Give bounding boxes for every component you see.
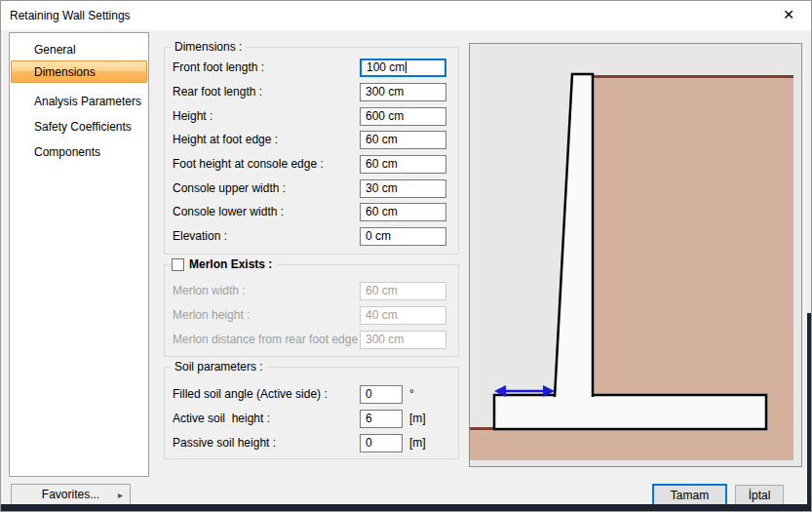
field-label: Foot height at console edge :: [173, 155, 324, 174]
input-value: 0: [366, 436, 372, 450]
input-value: 6: [366, 412, 372, 425]
field-row: Elevation : 0 cm: [165, 227, 458, 246]
wall-preview-panel: [469, 43, 802, 467]
merlon-group: Merlon Exists : Merlon width : 60 cm Mer…: [164, 264, 459, 357]
unit-label: [m]: [409, 410, 426, 428]
wall-footing: [494, 395, 766, 429]
merlon-legend: Merlon Exists :: [170, 256, 277, 272]
soil-region-below-footing: [470, 430, 593, 460]
dimensions-group-title: Dimensions :: [171, 40, 246, 54]
field-label: Active soil height :: [173, 410, 270, 428]
field-label: Merlon height :: [173, 306, 250, 325]
titlebar: Retaining Wall Settings ×: [1, 1, 811, 30]
sidebar: General Dimensions Analysis Parameters S…: [9, 32, 149, 477]
text-caret: [406, 61, 406, 73]
passive-soil-height-input[interactable]: 0: [360, 434, 403, 453]
filled-soil-angle-input[interactable]: 0: [360, 385, 403, 404]
soil-parameters-group-title: Soil parameters :: [171, 360, 267, 374]
input-value: 0: [366, 387, 372, 401]
foot-height-at-console-edge-input[interactable]: 60 cm: [360, 155, 446, 174]
field-row: Rear foot length : 300 cm: [165, 83, 458, 101]
sidebar-item-safety-coefficients[interactable]: Safety Coefficients: [11, 118, 147, 136]
field-label: Rear foot length :: [173, 83, 262, 101]
unit-label: °: [409, 385, 414, 404]
field-row: Front foot length : 100 cm: [165, 59, 458, 77]
field-row: Console lower width : 60 cm: [165, 203, 458, 221]
sidebar-item-analysis-parameters[interactable]: Analysis Parameters: [11, 93, 147, 110]
field-label: Console lower width :: [173, 203, 284, 221]
cancel-button-label: İptal: [749, 489, 771, 502]
field-label: Height at foot edge :: [173, 131, 278, 149]
field-label: Merlon width :: [173, 282, 246, 300]
background-app-edge-right: [807, 313, 811, 512]
merlon-group-title: Merlon Exists :: [189, 257, 272, 271]
merlon-distance-from-rear-foot-edge-input: 300 cm: [360, 331, 446, 349]
sidebar-item-label: Dimensions: [34, 65, 96, 79]
console-lower-width-input[interactable]: 60 cm: [360, 203, 446, 221]
field-label: Elevation :: [173, 227, 227, 246]
close-button[interactable]: ×: [774, 2, 803, 29]
close-icon: ×: [783, 4, 793, 24]
field-label: Height :: [173, 107, 213, 126]
merlon-width-input: 60 cm: [360, 282, 446, 300]
field-row: Height : 600 cm: [165, 107, 458, 126]
sidebar-item-label: Safety Coefficients: [34, 120, 132, 134]
field-row: Active soil height : 6 [m]: [165, 410, 458, 428]
field-label: Passive soil height :: [173, 434, 276, 453]
input-value: 60 cm: [366, 157, 398, 171]
ground-line-passive-side: [470, 427, 494, 430]
input-value: 60 cm: [366, 284, 398, 297]
field-row: Console upper width : 30 cm: [165, 179, 458, 198]
dialog-title: Retaining Wall Settings: [10, 9, 131, 22]
input-value: 300 cm: [366, 85, 404, 98]
front-foot-length-input[interactable]: 100 cm: [360, 59, 446, 77]
height-at-foot-edge-input[interactable]: 60 cm: [360, 131, 446, 149]
merlon-height-input: 40 cm: [360, 306, 446, 325]
field-row: Height at foot edge : 60 cm: [165, 131, 458, 149]
field-row: Foot height at console edge : 60 cm: [165, 155, 458, 174]
favorites-button[interactable]: Favorites... ▸: [11, 484, 131, 506]
rear-foot-length-input[interactable]: 300 cm: [360, 83, 446, 101]
sidebar-item-components[interactable]: Components: [11, 143, 147, 161]
soil-parameters-group: Soil parameters : Filled soil angle (Act…: [164, 367, 459, 459]
elevation-input[interactable]: 0 cm: [360, 227, 446, 246]
merlon-exists-checkbox[interactable]: [172, 258, 184, 271]
field-label: Merlon distance from rear foot edge :: [173, 331, 365, 349]
field-label: Console upper width :: [173, 179, 286, 198]
favorites-label: Favorites...: [42, 488, 99, 501]
sidebar-item-label: Components: [34, 145, 100, 159]
input-value: 600 cm: [366, 109, 404, 123]
dimensions-group: Dimensions : Front foot length : 100 cm …: [164, 47, 459, 255]
sidebar-item-label: Analysis Parameters: [34, 95, 141, 108]
ok-button-label: Tamam: [671, 489, 709, 502]
background-app-edge-bottom: [1, 504, 811, 511]
field-row: Passive soil height : 0 [m]: [165, 434, 458, 453]
field-row: Filled soil angle (Active side) : 0 °: [165, 385, 458, 404]
height-input[interactable]: 600 cm: [360, 107, 446, 126]
input-value: 0 cm: [366, 229, 391, 243]
retaining-wall-settings-dialog: Retaining Wall Settings × General Dimens…: [0, 0, 812, 512]
unit-label: [m]: [409, 434, 426, 453]
active-soil-height-input[interactable]: 6: [360, 410, 403, 428]
input-value: 40 cm: [366, 308, 398, 322]
cancel-button[interactable]: İptal: [735, 485, 784, 506]
wall-diagram: [470, 44, 801, 466]
field-label: Front foot length :: [173, 59, 264, 77]
field-label: Filled soil angle (Active side) :: [173, 385, 328, 404]
input-value: 300 cm: [366, 333, 404, 346]
input-value: 30 cm: [366, 181, 398, 195]
field-row: Merlon height : 40 cm: [165, 306, 458, 325]
soil-surface-line: [593, 75, 793, 78]
input-value: 100 cm: [367, 60, 405, 74]
field-row: Merlon width : 60 cm: [165, 282, 458, 300]
field-row: Merlon distance from rear foot edge : 30…: [165, 331, 458, 349]
console-upper-width-input[interactable]: 30 cm: [360, 179, 446, 198]
sidebar-item-dimensions[interactable]: Dimensions: [11, 60, 147, 83]
input-value: 60 cm: [366, 205, 398, 218]
sidebar-item-label: General: [34, 43, 76, 57]
sidebar-item-general[interactable]: General: [11, 41, 147, 59]
chevron-right-icon: ▸: [118, 485, 123, 505]
input-value: 60 cm: [366, 133, 398, 146]
